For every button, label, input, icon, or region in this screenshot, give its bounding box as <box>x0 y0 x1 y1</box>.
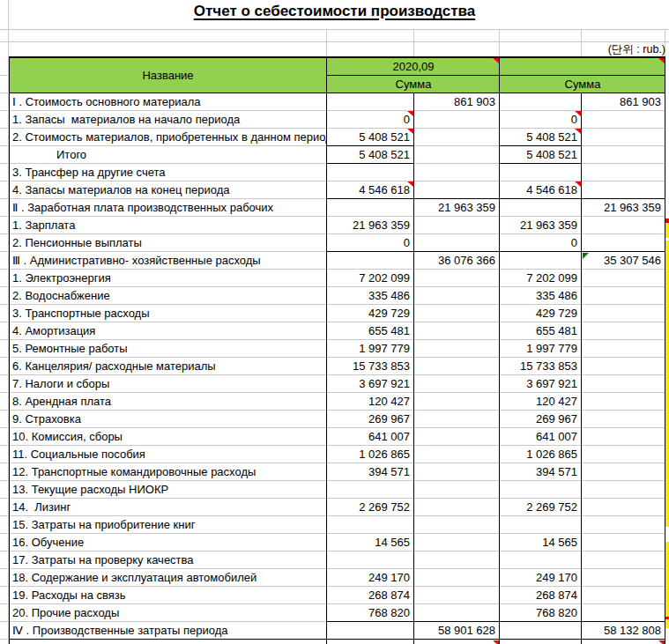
header-period1-cell[interactable]: 2020,09 <box>327 58 500 76</box>
row-label-cell[interactable]: 14. Лизинг <box>9 499 327 516</box>
row-label-cell[interactable]: 6. Канцелярия/ расходные материалы <box>9 358 327 375</box>
section-total-cell-period-2[interactable] <box>582 375 665 393</box>
section-total-cell-period-2[interactable]: 21 963 359 <box>582 199 665 217</box>
row-label-cell[interactable]: 1. Электроэнергия <box>9 270 327 287</box>
amount-cell-period-2[interactable] <box>500 199 582 217</box>
amount-cell-period-2[interactable]: 641 007 <box>500 428 582 446</box>
amount-cell-period-2[interactable] <box>500 516 582 534</box>
amount-cell-2020-09[interactable]: 4 546 618 <box>327 181 414 199</box>
section-total-cell-period-2[interactable] <box>582 164 665 181</box>
amount-cell-2020-09[interactable]: 335 486 <box>327 287 414 305</box>
row-label-cell[interactable]: 12. Транспортные командировочные расходы <box>9 463 327 481</box>
amount-cell-period-2[interactable]: 15 733 853 <box>500 358 582 375</box>
amount-cell-2020-09[interactable]: 429 729 <box>327 305 414 322</box>
row-label-cell[interactable]: 2. Стоимость материалов, приобретенных в… <box>9 129 327 146</box>
section-total-cell-2020-09[interactable] <box>414 551 500 569</box>
amount-cell-2020-09[interactable]: 249 170 <box>327 569 414 587</box>
amount-cell-period-2[interactable] <box>500 622 582 640</box>
amount-cell-2020-09[interactable] <box>327 551 414 569</box>
amount-cell-2020-09[interactable] <box>327 164 414 181</box>
section-total-cell-2020-09[interactable] <box>414 375 500 393</box>
amount-cell-period-2[interactable]: 120 427 <box>500 393 582 411</box>
row-label-cell[interactable]: Итого <box>9 146 327 164</box>
amount-cell-2020-09[interactable]: 655 481 <box>327 322 414 340</box>
section-total-cell-2020-09[interactable] <box>414 164 500 181</box>
amount-cell-2020-09[interactable] <box>327 199 414 217</box>
row-label-cell[interactable]: Ⅲ . Административно- хозяйственные расхо… <box>9 252 327 270</box>
row-label-cell[interactable]: 19. Расходы на связь <box>9 587 327 604</box>
section-total-cell-2020-09[interactable] <box>414 516 500 534</box>
row-label-cell[interactable]: 3. Трансфер на другие счета <box>9 164 327 181</box>
amount-cell-period-2[interactable] <box>500 93 582 111</box>
section-total-cell-2020-09[interactable] <box>414 358 500 375</box>
amount-cell-2020-09[interactable]: 269 967 <box>327 411 414 428</box>
amount-cell-2020-09[interactable]: 120 427 <box>327 393 414 411</box>
amount-cell-period-2[interactable]: 5 408 521 <box>500 129 582 146</box>
section-total-cell-period-2[interactable] <box>582 111 665 129</box>
amount-cell-period-2[interactable]: 268 874 <box>500 587 582 604</box>
section-total-cell-period-2[interactable] <box>582 411 665 428</box>
section-total-cell-period-2[interactable] <box>582 534 665 551</box>
section-total-cell-period-2[interactable] <box>582 181 665 199</box>
amount-cell-period-2[interactable]: 0 <box>500 111 582 129</box>
section-total-cell-period-2[interactable]: 35 307 546 <box>582 252 665 270</box>
section-total-cell-period-2[interactable] <box>582 146 665 164</box>
amount-cell-2020-09[interactable]: 1 026 865 <box>327 446 414 463</box>
amount-cell-2020-09[interactable] <box>327 622 414 640</box>
amount-cell-2020-09[interactable]: 5 408 521 <box>327 146 414 164</box>
amount-cell-period-2[interactable]: 0 <box>500 234 582 252</box>
amount-cell-period-2[interactable]: 655 481 <box>500 322 582 340</box>
amount-cell-period-2[interactable]: 7 202 099 <box>500 270 582 287</box>
row-label-cell[interactable]: 1. Запасы материалов на начало периода <box>9 111 327 129</box>
section-total-cell-2020-09[interactable] <box>414 305 500 322</box>
header-sum2-cell[interactable]: Сумма <box>500 76 665 93</box>
row-label-cell[interactable]: 5. Ремонтные работы <box>9 340 327 358</box>
amount-cell-2020-09[interactable]: 768 820 <box>327 604 414 622</box>
row-label-cell[interactable]: Ⅳ . Производственные затраты периода <box>9 622 327 640</box>
row-label-cell[interactable]: 10. Комиссия, сборы <box>9 428 327 446</box>
section-total-cell-period-2[interactable] <box>582 604 665 622</box>
row-label-cell[interactable]: 2. Водоснабжение <box>9 287 327 305</box>
section-total-cell-period-2[interactable] <box>582 393 665 411</box>
section-total-cell-period-2[interactable] <box>582 340 665 358</box>
amount-cell-period-2[interactable] <box>500 252 582 270</box>
section-total-cell-period-2[interactable] <box>582 322 665 340</box>
section-total-cell-2020-09[interactable] <box>414 411 500 428</box>
amount-cell-2020-09[interactable]: 268 874 <box>327 587 414 604</box>
section-total-cell-2020-09[interactable] <box>414 322 500 340</box>
amount-cell-2020-09[interactable]: 2 269 752 <box>327 499 414 516</box>
amount-cell-2020-09[interactable]: 15 733 853 <box>327 358 414 375</box>
amount-cell-period-2[interactable]: 269 967 <box>500 411 582 428</box>
amount-cell-2020-09[interactable]: 641 007 <box>327 428 414 446</box>
amount-cell-period-2[interactable]: 768 820 <box>500 604 582 622</box>
section-total-cell-2020-09[interactable] <box>414 534 500 551</box>
section-total-cell-2020-09[interactable]: 36 076 366 <box>414 252 500 270</box>
section-total-cell-period-2[interactable] <box>582 587 665 604</box>
amount-cell-period-2[interactable]: 21 963 359 <box>500 217 582 234</box>
amount-cell-2020-09[interactable]: 1 997 779 <box>327 340 414 358</box>
section-total-cell-2020-09[interactable] <box>414 569 500 587</box>
section-total-cell-period-2[interactable] <box>582 234 665 252</box>
section-total-cell-2020-09[interactable] <box>414 270 500 287</box>
amount-cell-2020-09[interactable] <box>327 252 414 270</box>
amount-cell-period-2[interactable]: 3 697 921 <box>500 375 582 393</box>
row-label-cell[interactable]: 4. Амортизация <box>9 322 327 340</box>
amount-cell-period-2[interactable]: 2 269 752 <box>500 499 582 516</box>
amount-cell-period-2[interactable]: 1 997 779 <box>500 340 582 358</box>
section-total-cell-2020-09[interactable] <box>414 463 500 481</box>
amount-cell-2020-09[interactable]: 5 408 521 <box>327 129 414 146</box>
amount-cell-period-2[interactable] <box>500 551 582 569</box>
row-label-cell[interactable]: 1. Зарплата <box>9 217 327 234</box>
amount-cell-2020-09[interactable]: 21 963 359 <box>327 217 414 234</box>
section-total-cell-2020-09[interactable] <box>414 481 500 499</box>
amount-cell-2020-09[interactable]: 394 571 <box>327 463 414 481</box>
amount-cell-2020-09[interactable]: 0 <box>327 234 414 252</box>
amount-cell-period-2[interactable]: 429 729 <box>500 305 582 322</box>
amount-cell-period-2[interactable]: 5 408 521 <box>500 146 582 164</box>
section-total-cell-period-2[interactable]: 58 132 808 <box>582 622 665 640</box>
row-label-cell[interactable]: Ⅱ . Заработная плата производственных ра… <box>9 199 327 217</box>
amount-cell-2020-09[interactable] <box>327 93 414 111</box>
row-label-cell[interactable]: 20. Прочие расходы <box>9 604 327 622</box>
row-label-cell[interactable]: 8. Арендная плата <box>9 393 327 411</box>
section-total-cell-2020-09[interactable] <box>414 234 500 252</box>
